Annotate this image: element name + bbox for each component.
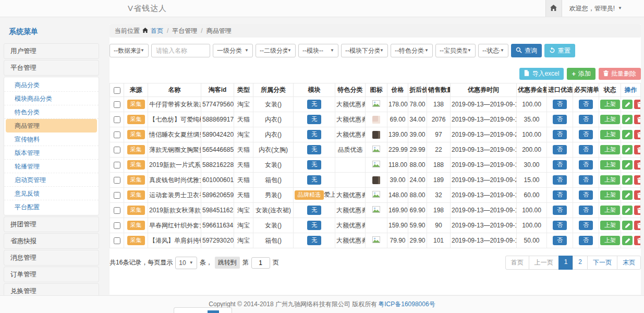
filter-select[interactable]: --模块下分类--▼ [341, 44, 388, 57]
sidebar-link-item[interactable]: 轮播管理 [4, 160, 99, 173]
name-search-input[interactable] [151, 44, 210, 57]
status-button[interactable]: 上架 [600, 115, 620, 124]
status-button[interactable]: 上架 [600, 190, 620, 199]
edit-button[interactable] [622, 130, 633, 139]
breadcrumb-home-link[interactable]: 首页 [151, 27, 163, 35]
sidebar-link-item[interactable]: 模块商品分类 [4, 92, 99, 105]
pagination-button[interactable]: 1 [558, 256, 574, 270]
must-buy-toggle[interactable]: 否 [579, 130, 593, 139]
batch-delete-button[interactable]: 批量删除 [599, 68, 641, 80]
import-select-toggle[interactable]: 否 [553, 206, 567, 214]
pagination-button[interactable]: 末页 [617, 256, 641, 270]
status-button[interactable]: 上架 [600, 206, 620, 214]
delete-button[interactable] [634, 175, 641, 185]
row-checkbox[interactable] [114, 101, 120, 108]
import-select-toggle[interactable]: 否 [553, 175, 567, 184]
edit-button[interactable] [622, 160, 633, 170]
sidebar-link-item[interactable]: 宣传物料 [4, 133, 99, 146]
edit-button[interactable] [622, 145, 633, 154]
delete-button[interactable] [634, 160, 641, 170]
sidebar-link-item[interactable]: 平台配置 [4, 200, 99, 214]
must-buy-toggle[interactable]: 否 [579, 206, 593, 214]
row-checkbox[interactable] [114, 116, 120, 123]
page-number-input[interactable] [251, 257, 270, 269]
import-select-toggle[interactable]: 否 [553, 100, 567, 109]
sidebar-group-item[interactable]: 省惠快报 [4, 233, 99, 249]
delete-button[interactable] [634, 130, 641, 139]
sidebar-group-item[interactable]: 平台管理 [4, 60, 99, 76]
edit-button[interactable] [622, 175, 633, 185]
delete-button[interactable] [634, 190, 641, 200]
import-select-toggle[interactable]: 否 [553, 236, 567, 245]
must-buy-toggle[interactable]: 否 [579, 236, 593, 245]
home-button[interactable] [545, 0, 562, 17]
must-buy-toggle[interactable]: 否 [579, 100, 593, 109]
search-button[interactable]: 查询 [511, 44, 542, 57]
import-select-toggle[interactable]: 否 [553, 160, 567, 169]
filter-select[interactable]: --模块--▼ [298, 44, 338, 57]
row-checkbox[interactable] [114, 147, 120, 153]
select-all-checkbox[interactable] [114, 87, 120, 94]
module-none-button[interactable]: 无 [307, 206, 321, 214]
pagination-button[interactable]: 下一页 [587, 256, 617, 270]
module-none-button[interactable]: 无 [307, 100, 321, 109]
sidebar-link-item[interactable]: 商品分类 [4, 78, 99, 92]
sidebar-group-item[interactable]: 消息管理 [4, 250, 99, 266]
delete-button[interactable] [634, 206, 641, 215]
status-button[interactable]: 上架 [600, 175, 620, 184]
delete-button[interactable] [634, 100, 641, 109]
page-size-select[interactable]: 10 ▼ [175, 257, 197, 269]
must-buy-toggle[interactable]: 否 [579, 221, 593, 230]
must-buy-toggle[interactable]: 否 [579, 175, 593, 184]
must-buy-toggle[interactable]: 否 [579, 160, 593, 169]
status-button[interactable]: 上架 [600, 145, 620, 154]
delete-button[interactable] [634, 115, 641, 124]
edit-button[interactable] [622, 115, 633, 124]
reset-button[interactable]: 重置 [544, 44, 575, 57]
add-button[interactable]: + 添加 [567, 68, 596, 80]
must-buy-toggle[interactable]: 否 [579, 145, 593, 154]
must-buy-toggle[interactable]: 否 [579, 115, 593, 124]
status-button[interactable]: 上架 [600, 130, 620, 139]
module-none-button[interactable]: 无 [307, 145, 321, 154]
sidebar-link-active[interactable]: 商品管理 [6, 119, 97, 133]
row-checkbox[interactable] [114, 192, 120, 199]
sidebar-link-item[interactable]: 意见反馈 [4, 187, 99, 200]
filter-select[interactable]: 一级分类▼ [213, 44, 253, 57]
edit-button[interactable] [622, 221, 633, 230]
sidebar-link-item[interactable]: 版本管理 [4, 146, 99, 160]
filter-select[interactable]: --状态--▼ [478, 44, 508, 57]
sidebar-link-item[interactable]: 特色分类 [4, 105, 99, 119]
import-select-toggle[interactable]: 否 [553, 130, 567, 139]
module-none-button[interactable]: 无 [307, 221, 321, 230]
pagination-button[interactable]: 2 [573, 256, 588, 270]
delete-button[interactable] [634, 236, 641, 245]
sidebar-group-item[interactable]: 订单管理 [4, 267, 99, 282]
edit-button[interactable] [622, 206, 633, 215]
row-checkbox[interactable] [114, 237, 120, 244]
user-menu[interactable]: 欢迎您，管理员! ▼ [562, 4, 644, 13]
import-select-toggle[interactable]: 否 [553, 221, 567, 230]
pagination-button[interactable]: 首页 [505, 256, 529, 270]
import-select-toggle[interactable]: 否 [553, 145, 567, 154]
edit-button[interactable] [622, 236, 633, 245]
module-none-button[interactable]: 无 [307, 160, 321, 169]
filter-select[interactable]: --二级分类--▼ [256, 44, 296, 57]
edit-button[interactable] [622, 190, 633, 200]
sidebar-group-item[interactable]: 拼团管理 [4, 216, 99, 232]
status-button[interactable]: 上架 [600, 100, 620, 109]
sidebar-link-item[interactable]: 启动页管理 [4, 173, 99, 187]
sidebar-group-item[interactable]: 用户管理 [4, 43, 99, 59]
row-checkbox[interactable] [114, 162, 120, 168]
filter-select[interactable]: --特色分类--▼ [391, 44, 433, 57]
import-select-toggle[interactable]: 否 [553, 115, 567, 124]
row-checkbox[interactable] [114, 207, 120, 214]
delete-button[interactable] [634, 145, 641, 154]
module-none-button[interactable]: 无 [307, 236, 321, 245]
icp-link[interactable]: 粤ICP备16098006号 [378, 300, 435, 309]
filter-select[interactable]: --宝贝类型--▼ [435, 44, 476, 57]
row-checkbox[interactable] [114, 222, 120, 229]
jump-button[interactable]: 跳转到 [215, 257, 240, 269]
filter-select[interactable]: --数据来源--▼ [110, 44, 149, 57]
status-button[interactable]: 上架 [600, 160, 620, 169]
